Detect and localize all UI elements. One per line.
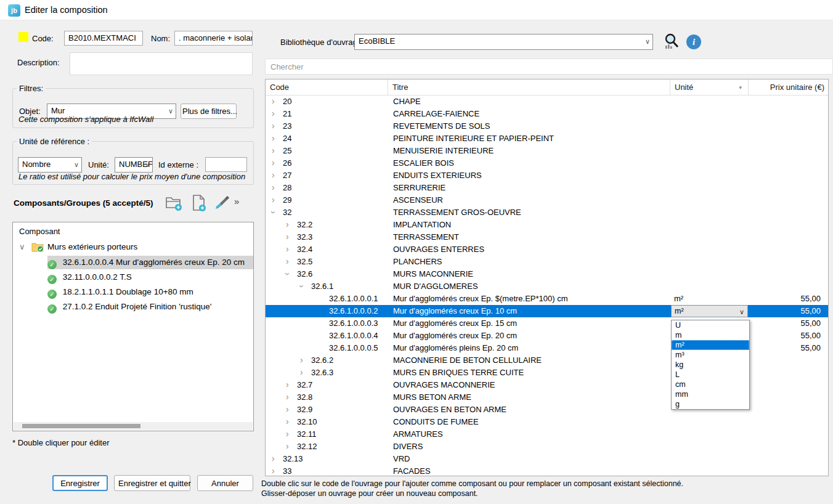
row-code[interactable]: 32.6.2 (311, 354, 333, 367)
save-quit-button[interactable]: Enregistrer et quitter (114, 475, 190, 491)
unit-option[interactable]: kg (672, 360, 749, 370)
row-code[interactable]: 29 (283, 194, 291, 206)
component-item[interactable]: ✓ 27.1.0.2 Enduit Projeté Finition 'rust… (47, 300, 215, 314)
expander-icon[interactable]: › (286, 219, 289, 230)
eyedropper-button[interactable] (213, 193, 231, 212)
unit-option[interactable]: g (672, 399, 749, 409)
library-row[interactable]: › 33 FACADES (266, 465, 828, 476)
row-code[interactable]: 32.6.1.0.0.0.2 (329, 305, 378, 317)
library-row[interactable]: › 26 ESCALIER BOIS (266, 157, 828, 169)
library-row[interactable]: › 32.6.1 MUR D'AGGLOMERES (266, 280, 828, 293)
expander-icon[interactable]: › (286, 441, 289, 452)
expander-icon[interactable]: › (286, 416, 289, 428)
expander-icon[interactable]: › (272, 169, 275, 181)
expander-icon[interactable]: › (272, 453, 275, 465)
row-code[interactable]: 32.4 (297, 243, 312, 256)
row-code[interactable]: 32.9 (297, 404, 312, 416)
expander-icon[interactable]: › (286, 243, 289, 255)
chevron-expanded-icon[interactable]: ∨ (19, 240, 25, 254)
unit-select[interactable]: NUMBEF ∨ (115, 157, 153, 173)
row-code[interactable]: 32.6.1 (311, 280, 333, 293)
row-code[interactable]: 23 (283, 120, 291, 132)
row-code[interactable]: 32.3 (297, 231, 312, 243)
library-row[interactable]: › 21 CARRELAGE-FAIENCE (266, 108, 828, 120)
library-row[interactable]: › 32.12 DIVERS (266, 441, 828, 453)
row-code[interactable]: 32.11 (297, 428, 317, 441)
library-row[interactable]: › 32.4 OUVRAGES ENTERRES (266, 243, 828, 256)
cancel-button[interactable]: Annuler (197, 475, 253, 491)
unit-option[interactable]: m² (672, 340, 749, 350)
search-stats-icon[interactable] (663, 33, 680, 51)
library-row[interactable]: › 32.3 TERRASSEMENT (266, 231, 828, 243)
expander-icon[interactable]: › (272, 96, 275, 107)
more-tools-button[interactable]: » (234, 196, 240, 206)
row-code[interactable]: 32 (283, 206, 291, 219)
description-field[interactable] (70, 52, 253, 75)
expander-icon[interactable]: › (272, 194, 275, 206)
ratio-type-select[interactable]: Nombre ∨ (18, 157, 82, 173)
code-field[interactable]: B2010.MEXTMACI (64, 31, 143, 46)
row-code[interactable]: 25 (283, 145, 291, 157)
unit-option[interactable]: U (672, 320, 749, 330)
library-row[interactable]: › 20 CHAPE (266, 96, 828, 108)
unit-option[interactable]: m (672, 330, 749, 340)
row-code[interactable]: 32.6.1.0.0.0.4 (329, 330, 378, 342)
expander-icon[interactable]: › (286, 256, 289, 267)
row-code[interactable]: 32.7 (297, 379, 312, 391)
row-code[interactable]: 32.2 (297, 219, 312, 231)
filter-triangle-icon[interactable]: ▾ (739, 79, 742, 96)
library-row[interactable]: 32.6.1.0.0.0.2 Mur d'agglomérés creux Ep… (266, 305, 828, 317)
row-code[interactable]: 32.6 (297, 268, 312, 280)
library-row[interactable]: › 32.10 CONDUITS DE FUMEE (266, 416, 828, 428)
column-header-code[interactable]: Code (266, 79, 388, 96)
library-row[interactable]: › 29 ASCENSEUR (266, 194, 828, 206)
unit-option[interactable]: L (672, 370, 749, 380)
expander-icon[interactable]: › (286, 379, 289, 391)
expander-icon[interactable]: › (296, 285, 307, 288)
add-folder-button[interactable] (165, 193, 183, 212)
row-code[interactable]: 24 (283, 132, 291, 145)
expander-icon[interactable]: › (286, 391, 289, 403)
unit-option[interactable]: m³ (672, 350, 749, 360)
row-unit-combo[interactable]: m² ∨ (671, 305, 748, 317)
column-header-titre[interactable]: Titre (388, 79, 670, 96)
library-row[interactable]: › 25 MENUISERIE INTERIEURE (266, 145, 828, 157)
row-code[interactable]: 32.6.1.0.0.0.1 (329, 293, 378, 305)
external-id-field[interactable] (205, 157, 247, 172)
library-row[interactable]: › 24 PEINTURE INTERIEURE ET PAPIER-PEINT (266, 132, 828, 145)
row-code[interactable]: 21 (283, 108, 291, 120)
library-row[interactable]: › 28 SERRURERIE (266, 182, 828, 194)
row-code[interactable]: 27 (283, 169, 291, 182)
unit-option[interactable]: mm (672, 389, 749, 399)
expander-icon[interactable]: › (267, 211, 279, 214)
expander-icon[interactable]: › (300, 354, 303, 366)
library-row[interactable]: › 27 ENDUITS EXTERIEURS (266, 169, 828, 182)
library-row[interactable]: › 32.2 IMPLANTATION (266, 219, 828, 231)
expander-icon[interactable]: › (272, 108, 275, 120)
search-input[interactable] (265, 59, 833, 75)
scrollbar-thumb[interactable] (22, 424, 140, 428)
library-select[interactable]: EcoBIBLE ∨ (354, 34, 653, 50)
library-row[interactable]: › 32.11 ARMATURES (266, 428, 828, 441)
expander-icon[interactable]: › (300, 367, 303, 378)
row-code[interactable]: 26 (283, 157, 291, 169)
expander-icon[interactable]: › (286, 231, 289, 243)
component-item[interactable]: ✓ 32.11.0.0.0.0.2 T.S (47, 270, 136, 284)
expander-icon[interactable]: › (272, 132, 275, 144)
expander-icon[interactable]: › (286, 404, 289, 415)
library-row[interactable]: › 32.5 PLANCHERS (266, 256, 828, 268)
unit-option[interactable]: cm (672, 380, 749, 389)
library-row[interactable]: › 32.6 MURS MACONNERIE (266, 268, 828, 280)
column-header-unite[interactable]: Unité ▾ (670, 79, 749, 96)
row-code[interactable]: 32.6.3 (311, 367, 333, 379)
row-code[interactable]: 32.6.1.0.0.0.3 (329, 317, 378, 330)
row-code[interactable]: 32.13 (283, 453, 303, 465)
nom-field[interactable]: . maconnerie + isolant (174, 31, 253, 46)
more-filters-button[interactable]: Plus de filtres... (181, 104, 237, 119)
component-group-row[interactable]: ∨ Murs extérieurs porteurs (13, 240, 253, 254)
row-code[interactable]: 32.6.1.0.0.0.5 (329, 342, 378, 354)
add-document-button[interactable] (189, 193, 208, 212)
row-code[interactable]: 32.10 (297, 416, 317, 428)
expander-icon[interactable]: › (272, 182, 275, 193)
info-icon[interactable]: i (686, 35, 701, 49)
